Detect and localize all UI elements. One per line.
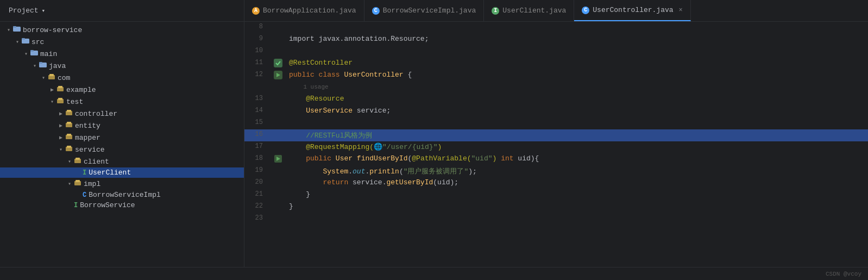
svg-rect-5 [30,50,34,52]
tree-item-java[interactable]: ▾java [0,60,244,72]
tab-borrow-service-impl[interactable]: CBorrowServiceImpl.java [364,0,485,21]
line-gutter [272,94,285,105]
line-gutter [272,213,285,225]
code-content: System.out.println("用户服务被调用了"); [285,165,868,177]
tree-item-mapper[interactable]: ▶mapper [0,132,244,144]
chevron-down-icon: ▾ [42,7,46,14]
code-content: public User findUserById(@PathVariable("… [285,153,868,165]
tree-item-label: entity [75,122,100,130]
code-row: 14 UserService service; [244,105,868,117]
line-gutter [272,46,285,58]
svg-rect-13 [58,98,62,100]
tree-file-icon [13,25,21,35]
tab-user-controller[interactable]: CUserController.java× [574,0,690,21]
code-content: } [285,201,868,213]
code-row: 22} [244,201,868,213]
tab-label-user-client: UserClient.java [502,7,566,15]
tab-borrow-app[interactable]: ABorrowApplication.java [244,0,364,21]
tree-item-label: client [84,158,109,166]
line-gutter [272,141,285,153]
tree-item-label: BorrowService [80,201,135,209]
gutter-icon [274,154,282,163]
line-number: 15 [244,117,272,129]
tree-item-client[interactable]: ▾client [0,155,244,167]
tree-item-test[interactable]: ▾test [0,96,244,108]
line-gutter [272,189,285,201]
tree-file-icon [65,133,73,142]
code-row: 12public class UserController { [244,70,868,82]
code-row: 18 public User findUserById(@PathVariabl… [244,153,868,165]
code-row: 16 //RESTFul风格为例 [244,129,868,141]
line-number: 11 [244,58,272,70]
line-number: 20 [244,177,272,189]
tree-item-entity[interactable]: ▶entity [0,120,244,132]
code-row: 15 [244,117,868,129]
tree-item-label: example [66,86,96,94]
tree-item-label: mapper [75,134,100,142]
tabs-area: ABorrowApplication.javaCBorrowServiceImp… [244,0,868,21]
tab-label-borrow-service-impl: BorrowServiceImpl.java [383,7,476,15]
tree-file-icon [22,37,29,47]
tree-item-controller[interactable]: ▶controller [0,108,244,120]
tree-file-icon [48,73,55,83]
tab-icon-user-controller: C [582,7,589,14]
tree-arrow-icon: ▶ [56,110,65,117]
code-row: 9import javax.annotation.Resource; [244,34,868,46]
line-number: 22 [244,201,272,213]
code-content: UserService service; [285,105,868,117]
tree-item-label: UserClient [89,169,131,177]
tree-arrow-icon: ▾ [22,51,30,57]
code-content [285,117,868,129]
line-gutter [272,22,285,34]
line-gutter [272,70,285,82]
tab-icon-borrow-app: A [252,7,260,15]
tree-arrow-icon: ▾ [4,27,13,33]
tree-file-icon: I [74,202,78,209]
tree-item-label: service [75,146,105,154]
project-panel-header[interactable]: Project ▾ [0,0,244,21]
tree-item-label: borrow-service [23,26,82,34]
tree-item-src[interactable]: ▾src [0,36,244,48]
line-number [244,82,272,94]
statusbar-text: CSDN @vcoy [826,271,861,277]
tab-close-user-controller[interactable]: × [679,7,683,14]
line-gutter [272,129,285,141]
svg-rect-15 [67,110,71,112]
line-number: 12 [244,70,272,82]
code-row: 13 @Resource [244,94,868,105]
header: Project ▾ ABorrowApplication.javaCBorrow… [0,0,868,22]
tree-arrow-icon: ▾ [48,98,56,105]
code-row: 10 [244,46,868,58]
tree-item-label: test [66,98,83,106]
code-content [285,46,868,58]
tree-item-main[interactable]: ▾main [0,48,244,60]
code-content: public class UserController { [285,70,868,82]
line-gutter [272,34,285,46]
tree-item-borrowservice[interactable]: IBorrowService [0,200,244,210]
tree-item-userclient[interactable]: IUserClient [0,167,244,178]
tree-item-example[interactable]: ▶example [0,84,244,96]
tree-item-borrow-service[interactable]: ▾borrow-service [0,24,244,36]
tree-item-impl[interactable]: ▾impl [0,178,244,190]
svg-rect-21 [67,146,71,148]
tree-item-service[interactable]: ▾service [0,144,244,155]
tree-file-icon: I [83,169,86,177]
svg-rect-17 [67,122,71,124]
tree-arrow-icon: ▶ [56,122,65,129]
line-gutter [272,153,285,165]
tree-item-label: main [40,50,57,58]
tree-item-borrowserviceimpl[interactable]: CBorrowServiceImpl [0,190,244,200]
tab-user-client[interactable]: IUserClient.java [484,0,574,21]
tree-item-com[interactable]: ▾com [0,72,244,84]
svg-rect-3 [22,38,25,40]
svg-rect-9 [49,74,54,76]
line-gutter [272,82,285,94]
tree-file-icon [39,61,47,71]
tree-file-icon: C [83,191,86,199]
tab-icon-borrow-service-impl: C [372,7,380,15]
line-number: 23 [244,213,272,225]
code-editor[interactable]: 89import javax.annotation.Resource;1011@… [244,22,868,267]
tree-arrow-icon: ▾ [65,158,74,165]
line-gutter [272,177,285,189]
tree-item-label: impl [84,180,100,188]
